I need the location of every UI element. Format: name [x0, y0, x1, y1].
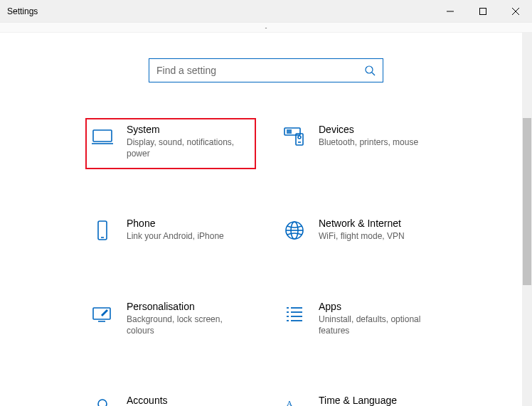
apps-icon — [283, 302, 306, 325]
close-button[interactable] — [499, 0, 532, 23]
phone-icon — [91, 219, 114, 242]
time-language-icon: A 字 — [283, 396, 306, 406]
svg-point-13 — [298, 136, 301, 139]
tile-desc: WiFi, flight mode, VPN — [319, 230, 405, 242]
tile-desc: Background, lock screen, colours — [127, 314, 248, 336]
settings-grid: System Display, sound, notifications, po… — [85, 118, 532, 406]
devices-icon — [283, 125, 306, 148]
tile-network[interactable]: Network & Internet WiFi, flight mode, VP… — [277, 212, 448, 252]
subhead: - — [0, 23, 532, 33]
tile-desc: Display, sound, notifications, power — [127, 137, 248, 159]
svg-line-5 — [372, 73, 375, 75]
svg-point-30 — [98, 400, 107, 406]
tile-desc: Bluetooth, printers, mouse — [319, 137, 418, 148]
tile-apps[interactable]: Apps Uninstall, defaults, optional featu… — [277, 295, 448, 346]
window-controls — [434, 0, 532, 23]
tile-desc: Uninstall, defaults, optional features — [319, 314, 440, 336]
content-area: System Display, sound, notifications, po… — [0, 33, 532, 406]
tile-accounts[interactable]: Accounts Your accounts, email, sync, wor… — [85, 389, 256, 406]
system-icon — [91, 125, 114, 148]
tile-personalisation[interactable]: Personalisation Background, lock screen,… — [85, 295, 256, 346]
svg-rect-20 — [93, 308, 110, 319]
svg-rect-15 — [98, 221, 107, 240]
tile-title: Accounts — [127, 395, 248, 406]
tile-time-language[interactable]: A 字 Time & Language Speech, region, date — [277, 389, 448, 406]
search-wrap — [0, 33, 532, 118]
tile-system[interactable]: System Display, sound, notifications, po… — [85, 118, 256, 169]
search-icon — [364, 65, 376, 76]
tile-devices[interactable]: Devices Bluetooth, printers, mouse — [277, 118, 448, 169]
tile-title: Devices — [319, 124, 418, 135]
personalisation-icon — [91, 302, 114, 325]
tile-title: Network & Internet — [319, 218, 405, 229]
svg-point-4 — [366, 66, 373, 73]
tile-title: Personalisation — [127, 301, 248, 312]
minimize-button[interactable] — [434, 0, 467, 23]
tile-title: Apps — [319, 301, 440, 312]
tile-title: Phone — [127, 218, 224, 229]
window-title: Settings — [7, 6, 38, 16]
accounts-icon — [91, 396, 114, 406]
search-box[interactable] — [149, 58, 383, 82]
svg-rect-1 — [480, 9, 486, 15]
tile-title: Time & Language — [319, 395, 398, 406]
scrollbar-thumb[interactable] — [523, 118, 531, 285]
tile-title: System — [127, 124, 248, 135]
titlebar: Settings — [0, 0, 532, 23]
scrollbar-track[interactable] — [522, 33, 532, 406]
globe-icon — [283, 219, 306, 242]
svg-text:A: A — [287, 399, 292, 406]
tile-phone[interactable]: Phone Link your Android, iPhone — [85, 212, 256, 252]
svg-rect-6 — [93, 130, 112, 141]
maximize-button[interactable] — [467, 0, 499, 23]
search-input[interactable] — [156, 65, 364, 76]
tile-desc: Link your Android, iPhone — [127, 230, 224, 242]
